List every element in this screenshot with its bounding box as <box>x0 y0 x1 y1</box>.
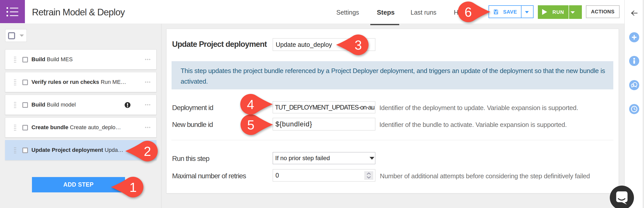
svg-text:3: 3 <box>355 38 362 52</box>
svg-text:1: 1 <box>130 180 137 195</box>
svg-text:5: 5 <box>247 118 255 132</box>
svg-text:2: 2 <box>144 144 151 159</box>
svg-text:6: 6 <box>465 5 472 19</box>
svg-text:4: 4 <box>247 97 254 112</box>
